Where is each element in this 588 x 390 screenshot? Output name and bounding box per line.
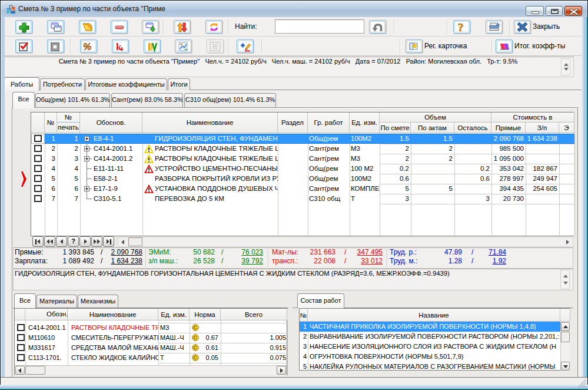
svg-text:C: C [194,355,198,361]
svg-text:k: k [116,41,122,52]
svg-text:C: C [194,345,198,351]
svg-text:?: ? [458,21,464,34]
svg-text:C: C [194,325,198,330]
svg-text:C: C [194,335,198,341]
svg-text:%: % [83,42,91,52]
